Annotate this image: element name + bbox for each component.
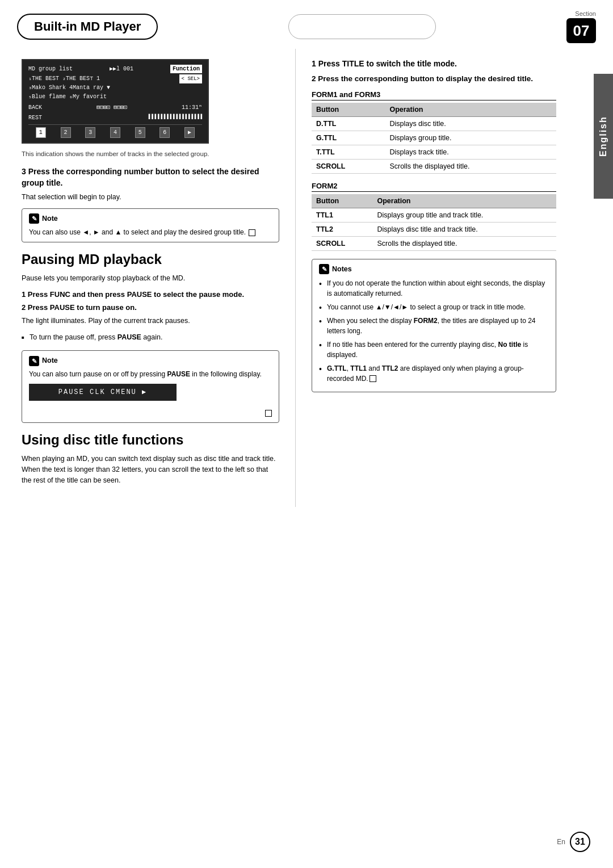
md-display-caption: This indication shows the number of trac… (22, 149, 279, 158)
md-display-icon: ▶▶l 001 (110, 65, 133, 73)
language-sidebar: English (594, 74, 613, 199)
right-column: 1 Press TITLE to switch the title mode. … (295, 49, 590, 507)
form1-row1-btn: D.TTL (312, 116, 385, 131)
md-sel-badge: < SEL> (179, 74, 202, 83)
form2-row1-btn: TTL1 (312, 208, 372, 222)
md-back-label: BACK (28, 103, 42, 112)
header-center-badge (288, 14, 436, 39)
pause-display: PAUSE CLK CMENU ▶ (29, 384, 177, 401)
form2-col-button: Button (312, 194, 372, 208)
main-content: MD group list ▶▶l 001 Function ₁THE BEST… (0, 49, 613, 507)
table-row: G.TTL Displays group title. (312, 131, 556, 145)
form1-row3-btn: T.TTL (312, 145, 385, 159)
md-display: MD group list ▶▶l 001 Function ₁THE BEST… (22, 59, 209, 144)
form2-row3-btn: SCROLL (312, 236, 372, 250)
form1-col-operation: Operation (385, 103, 556, 117)
form2-row1-op: Displays group title and track title. (372, 208, 556, 222)
form2-table: Button Operation TTL1 Displays group tit… (312, 194, 556, 251)
footer-en-label: En (557, 838, 565, 846)
note2-title: ✎ Note (29, 355, 272, 366)
form2-row2-btn: TTL2 (312, 222, 372, 236)
md-rest-label: REST (28, 114, 42, 122)
md-bar: ▐▐▐▐▐▐▐▐▐▐▐▐▐▐▐▐▐▐ (147, 114, 202, 122)
note2-body: You can also turn pause on or off by pre… (29, 369, 272, 379)
form2-row2-op: Displays disc title and track title. (372, 222, 556, 236)
section2-intro: Pause lets you temporarily stop playback… (22, 273, 279, 284)
section3-title: Using disc title functions (22, 432, 279, 448)
end-symbol-1 (249, 229, 255, 236)
footer-page-number: 31 (570, 832, 590, 852)
right-step1-heading: 1 Press TITLE to switch the title mode. (312, 59, 556, 68)
table-row: SCROLL Scrolls the displayed title. (312, 159, 556, 173)
note-item-1: If you do not operate the function withi… (319, 278, 549, 299)
step3-body: That selection will begin to play. (22, 192, 279, 203)
form1-row2-op: Displays group title. (385, 131, 556, 145)
form2-row3-op: Scrolls the displayed title. (372, 236, 556, 250)
note-box-1: ✎ Note You can also use ◄, ► and ▲ to se… (22, 208, 279, 242)
md-icons: ⊞⊟⊠⊡ ⊞⊟⊠⊡ (96, 103, 127, 112)
end-symbol-3 (370, 375, 376, 382)
step3-heading: 3 Press the corresponding number button … (22, 166, 279, 188)
table-row: T.TTL Displays track title. (312, 145, 556, 159)
md-btn-6[interactable]: 6 (159, 127, 170, 138)
right-step2-heading: 2 Press the corresponding button to disp… (312, 74, 556, 85)
md-display-time-row: BACK ⊞⊟⊠⊡ ⊞⊟⊠⊡ 11:31ᵐ (28, 103, 202, 112)
table-row: D.TTL Displays disc title. (312, 116, 556, 131)
header: Built-in MD Player Section 07 (0, 0, 613, 49)
md-buttons-row: 1 2 3 4 5 6 ▶ (28, 124, 202, 138)
notes-list: If you do not operate the function withi… (319, 278, 549, 384)
form1-row4-op: Scrolls the displayed title. (385, 159, 556, 173)
page-title: Built-in MD Player (17, 14, 158, 40)
md-btn-1[interactable]: 1 (36, 127, 46, 138)
section2-title: Pausing MD playback (22, 251, 279, 267)
section-number: 07 (566, 18, 596, 43)
step2-pause-heading: 2 Press PAUSE to turn pause on. (22, 303, 279, 313)
table-row: TTL2 Displays disc title and track title… (312, 222, 556, 236)
md-display-sub-row: REST ▐▐▐▐▐▐▐▐▐▐▐▐▐▐▐▐▐▐ (28, 114, 202, 122)
md-btn-3[interactable]: 3 (85, 127, 95, 138)
form2-label: FORM2 (312, 182, 556, 192)
footer: En 31 (557, 832, 590, 852)
section-label: Section (575, 10, 596, 17)
step2-pause-body: The light illuminates. Play of the curre… (22, 316, 279, 326)
form2-col-operation: Operation (372, 194, 556, 208)
note-item-5: G.TTL, TTL1 and TTL2 are displayed only … (319, 363, 549, 384)
step1-pause-heading: 1 Press FUNC and then press PAUSE to sel… (22, 290, 279, 300)
md-track-row1: ₁THE BEST ₂THE BES⊤ 1 < SEL> (28, 74, 202, 83)
md-time: 11:31ᵐ (182, 103, 202, 112)
form1-row4-btn: SCROLL (312, 159, 385, 173)
right-notes-box: ✎ Notes If you do not operate the functi… (312, 259, 556, 392)
note1-body: You can also use ◄, ► and ▲ to select an… (29, 227, 272, 237)
form1-row2-btn: G.TTL (312, 131, 385, 145)
note-box-2: ✎ Note You can also turn pause on or off… (22, 350, 279, 423)
note1-icon: ✎ (29, 213, 39, 224)
md-display-func: Function (170, 65, 202, 73)
section-badge: Section 07 (566, 10, 596, 43)
table-row: SCROLL Scrolls the displayed title. (312, 236, 556, 250)
left-column: MD group list ▶▶l 001 Function ₁THE BEST… (0, 49, 295, 507)
md-btn-2[interactable]: 2 (61, 127, 71, 138)
md-display-tracks: ₁THE BEST ₂THE BES⊤ 1 < SEL> ₃Mako Shark… (28, 74, 202, 102)
note-item-2: You cannot use ▲/▼/◄/► to select a group… (319, 302, 549, 312)
end-symbol-2 (265, 410, 272, 417)
note2-icon: ✎ (29, 356, 39, 366)
md-track1: ₁THE BEST ₂THE BES⊤ 1 (28, 76, 100, 82)
md-display-group-label: MD group list (28, 65, 73, 73)
form1-row1-op: Displays disc title. (385, 116, 556, 131)
right-notes-title: ✎ Notes (319, 264, 549, 275)
form1-table: Button Operation D.TTL Displays disc tit… (312, 103, 556, 174)
md-track-row2: ₃Mako Shark 4Manta ray ▼ (28, 83, 202, 93)
md-track-row3: ₅Blue flame ₆My favorit (28, 93, 202, 102)
md-btn-arrow[interactable]: ▶ (184, 127, 195, 138)
page-wrapper: Built-in MD Player Section 07 English MD… (0, 0, 613, 868)
md-display-row1: MD group list ▶▶l 001 Function (28, 65, 202, 73)
table-row: TTL1 Displays group title and track titl… (312, 208, 556, 222)
note1-title: ✎ Note (29, 213, 272, 224)
right-notes-icon: ✎ (319, 264, 329, 274)
section3-intro: When playing an MD, you can switch text … (22, 454, 279, 485)
form1-row3-op: Displays track title. (385, 145, 556, 159)
pause-bullet1: To turn the pause off, press PAUSE again… (22, 332, 279, 343)
md-btn-5[interactable]: 5 (135, 127, 145, 138)
note-item-3: When you select the display FORM2, the t… (319, 316, 549, 336)
md-btn-4[interactable]: 4 (110, 127, 120, 138)
